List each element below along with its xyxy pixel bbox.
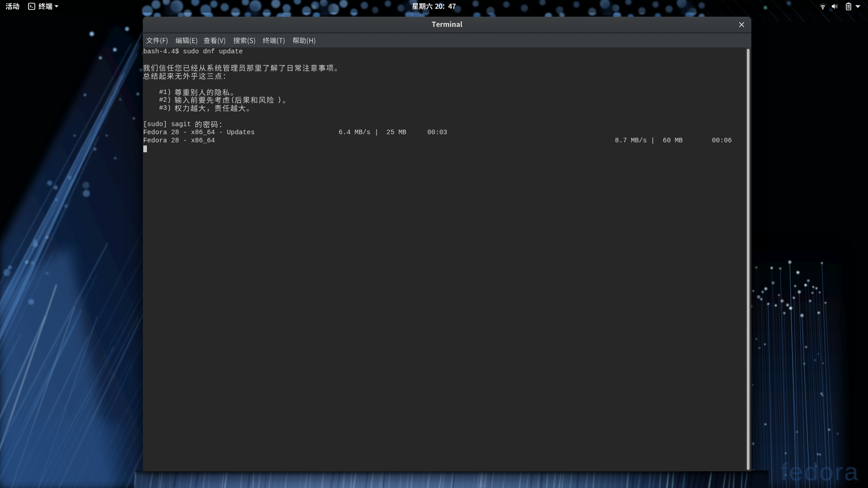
svg-text:fedora: fedora — [781, 457, 859, 486]
